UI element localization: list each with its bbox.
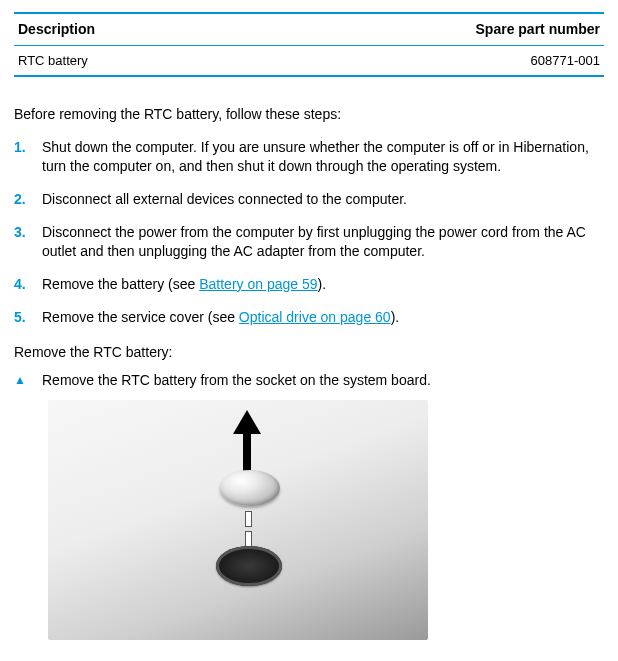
motion-dash-icon xyxy=(246,512,251,526)
figure xyxy=(48,400,604,640)
step-4: Remove the battery (see Battery on page … xyxy=(14,275,604,294)
col-description-header: Description xyxy=(14,13,245,45)
step-text-before: Remove the battery (see xyxy=(42,276,199,292)
step-text-after: ). xyxy=(318,276,327,292)
table-row: RTC battery 608771-001 xyxy=(14,45,604,76)
step-text: Disconnect the power from the computer b… xyxy=(42,224,586,259)
remove-step: Remove the RTC battery from the socket o… xyxy=(14,371,604,390)
intro-text: Before removing the RTC battery, follow … xyxy=(14,105,604,124)
motion-dash-icon xyxy=(246,532,251,546)
rtc-battery-icon xyxy=(220,470,280,506)
step-2: Disconnect all external devices connecte… xyxy=(14,190,604,209)
step-1: Shut down the computer. If you are unsur… xyxy=(14,138,604,176)
step-3: Disconnect the power from the computer b… xyxy=(14,223,604,261)
steps-list: Shut down the computer. If you are unsur… xyxy=(14,138,604,326)
remove-step-text: Remove the RTC battery from the socket o… xyxy=(42,372,431,388)
cell-spare: 608771-001 xyxy=(245,45,604,76)
rtc-battery-removal-illustration xyxy=(48,400,428,640)
remove-heading: Remove the RTC battery: xyxy=(14,343,604,362)
step-text-before: Remove the service cover (see xyxy=(42,309,239,325)
link-battery[interactable]: Battery on page 59 xyxy=(199,276,317,292)
step-text: Shut down the computer. If you are unsur… xyxy=(42,139,589,174)
battery-socket-icon xyxy=(216,546,282,586)
step-text: Disconnect all external devices connecte… xyxy=(42,191,407,207)
parts-table: Description Spare part number RTC batter… xyxy=(14,12,604,77)
remove-list: Remove the RTC battery from the socket o… xyxy=(14,371,604,390)
col-spare-header: Spare part number xyxy=(245,13,604,45)
cell-description: RTC battery xyxy=(14,45,245,76)
step-5: Remove the service cover (see Optical dr… xyxy=(14,308,604,327)
step-text-after: ). xyxy=(391,309,400,325)
link-optical-drive[interactable]: Optical drive on page 60 xyxy=(239,309,391,325)
